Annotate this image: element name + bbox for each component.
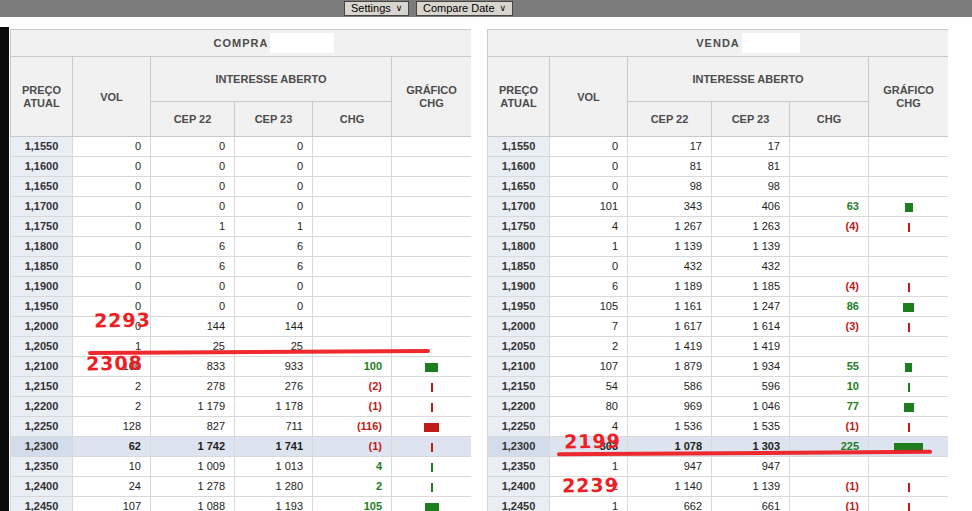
table-row[interactable]: 1,205021 4191 419 <box>488 337 949 357</box>
chg-cell <box>313 177 392 197</box>
table-row[interactable]: 1,18500432432 <box>488 257 949 277</box>
chg-bar-cell <box>869 177 949 197</box>
table-row[interactable]: 1,20000144144 <box>11 317 472 337</box>
table-row[interactable]: 1,2250128827711(116) <box>11 417 472 437</box>
table-row[interactable]: 1,24501071 0881 193105 <box>11 497 472 511</box>
chg-bar-cell <box>869 137 949 157</box>
cep23-cell: 596 <box>712 377 790 397</box>
price-cell: 1,2450 <box>11 497 73 511</box>
price-cell: 1,2250 <box>488 417 550 437</box>
table-row[interactable]: 1,1550000 <box>11 137 472 157</box>
table-row[interactable]: 1,1800066 <box>11 237 472 257</box>
chg-cell <box>313 137 392 157</box>
cep22-cell: 1 009 <box>151 457 235 477</box>
chg-bar <box>425 503 439 511</box>
table-row[interactable]: 1,1700000 <box>11 197 472 217</box>
table-row[interactable]: 1,220021 1791 178(1) <box>11 397 472 417</box>
table-row[interactable]: 1,165009898 <box>488 177 949 197</box>
table-row[interactable]: 1,240021 1401 139(1) <box>488 477 949 497</box>
table-row[interactable]: 1,190061 1891 185(4) <box>488 277 949 297</box>
col-header-cep23: CEP 23 <box>712 102 790 137</box>
price-cell: 1,2200 <box>11 397 73 417</box>
table-row[interactable]: 1,1600000 <box>11 157 472 177</box>
price-cell: 1,1850 <box>11 257 73 277</box>
table-row[interactable]: 1,21001071 8791 93455 <box>488 357 949 377</box>
price-cell: 1,1800 <box>488 237 550 257</box>
chg-bar-cell <box>392 357 472 377</box>
table-row[interactable]: 1,170010134340663 <box>488 197 949 217</box>
chg-bar-cell <box>392 377 472 397</box>
cep22-cell: 586 <box>628 377 712 397</box>
chevron-down-icon: ∨ <box>396 4 403 13</box>
table-row[interactable]: 1,1950000 <box>11 297 472 317</box>
chg-bar-cell <box>869 477 949 497</box>
table-row[interactable]: 1,200071 6171 614(3) <box>488 317 949 337</box>
table-row[interactable]: 1,160008181 <box>488 157 949 177</box>
table-row[interactable]: 1,1750011 <box>11 217 472 237</box>
chg-bar-cell <box>869 397 949 417</box>
cep23-cell: 6 <box>235 257 313 277</box>
table-row[interactable]: 1,225041 5361 535(1) <box>488 417 949 437</box>
table-row[interactable]: 1,23501947947 <box>488 457 949 477</box>
table-row[interactable]: 1,21502278276(2) <box>11 377 472 397</box>
cep22-cell: 0 <box>151 297 235 317</box>
chg-bar-cell <box>392 277 472 297</box>
col-header-open-interest: INTERESSE ABERTO <box>151 57 392 102</box>
table-row[interactable]: 1,2200809691 04677 <box>488 397 949 417</box>
vol-cell: 1 <box>550 457 628 477</box>
table-row[interactable]: 1,2350101 0091 0134 <box>11 457 472 477</box>
cep23-cell: 0 <box>235 277 313 297</box>
chg-cell: 86 <box>790 297 869 317</box>
cep23-cell: 6 <box>235 237 313 257</box>
table-row[interactable]: 1,155001717 <box>488 137 949 157</box>
chg-bar <box>424 423 439 432</box>
chg-bar-cell <box>869 317 949 337</box>
chg-bar <box>908 323 910 332</box>
chg-bar-cell <box>392 177 472 197</box>
chg-cell <box>790 137 869 157</box>
table-row[interactable]: 1,2100100833933100 <box>11 357 472 377</box>
chg-bar <box>431 463 433 472</box>
col-header-cep22: CEP 22 <box>628 102 712 137</box>
table-row[interactable]: 1,23003031 0781 303225 <box>488 437 949 457</box>
table-row[interactable]: 1,24501662661(1) <box>488 497 949 511</box>
vol-cell: 62 <box>73 437 151 457</box>
cep22-cell: 17 <box>628 137 712 157</box>
table-row[interactable]: 1,175041 2671 263(4) <box>488 217 949 237</box>
chg-bar-cell <box>392 417 472 437</box>
cep23-cell: 1 046 <box>712 397 790 417</box>
table-row[interactable]: 1,1900000 <box>11 277 472 297</box>
compra-title: COMPRA <box>11 30 472 57</box>
chg-cell <box>313 257 392 277</box>
cep22-cell: 1 <box>151 217 235 237</box>
vol-cell: 0 <box>550 257 628 277</box>
chg-bar-cell <box>392 497 472 511</box>
chg-cell: 2 <box>313 477 392 497</box>
cep22-cell: 0 <box>151 277 235 297</box>
vol-cell: 0 <box>73 297 151 317</box>
chg-cell: (1) <box>313 397 392 417</box>
cep23-cell: 17 <box>712 137 790 157</box>
settings-dropdown-button[interactable]: Settings ∨ <box>344 1 409 16</box>
table-row[interactable]: 1,205012525 <box>11 337 472 357</box>
chg-bar-cell <box>869 337 949 357</box>
cep23-cell: 1 419 <box>712 337 790 357</box>
compare-date-dropdown-button[interactable]: Compare Date ∨ <box>416 1 513 16</box>
cep22-cell: 1 879 <box>628 357 712 377</box>
price-cell: 1,2100 <box>11 357 73 377</box>
chg-cell: (3) <box>790 317 869 337</box>
cep23-cell: 1 280 <box>235 477 313 497</box>
table-row[interactable]: 1,1650000 <box>11 177 472 197</box>
col-header-open-interest: INTERESSE ABERTO <box>628 57 869 102</box>
price-cell: 1,1800 <box>11 237 73 257</box>
table-row[interactable]: 1,2300621 7421 741(1) <box>11 437 472 457</box>
cep23-cell: 432 <box>712 257 790 277</box>
redaction-smudge <box>742 33 800 53</box>
cep22-cell: 1 161 <box>628 297 712 317</box>
table-row[interactable]: 1,19501051 1611 24786 <box>488 297 949 317</box>
table-row[interactable]: 1,21505458659610 <box>488 377 949 397</box>
cep22-cell: 662 <box>628 497 712 511</box>
table-row[interactable]: 1,2400241 2781 2802 <box>11 477 472 497</box>
table-row[interactable]: 1,180011 1391 139 <box>488 237 949 257</box>
table-row[interactable]: 1,1850066 <box>11 257 472 277</box>
